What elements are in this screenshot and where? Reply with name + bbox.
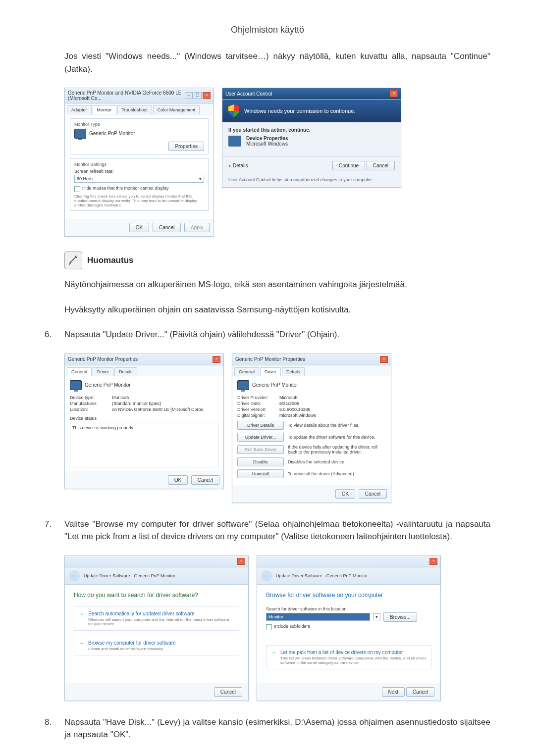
wizard-heading: Browse for driver software on your compu… <box>266 592 431 599</box>
hide-modes-note: Clearing this check box allows you to se… <box>74 194 204 207</box>
ok-button[interactable]: OK <box>129 223 149 232</box>
close-button[interactable]: × <box>380 356 388 363</box>
maximize-button[interactable]: ▢ <box>194 92 202 99</box>
monitor-type-group: Monitor Type Generic PnP Monitor Propert… <box>70 118 209 154</box>
uac-headline: Windows needs your permission to contion… <box>244 108 355 114</box>
back-icon[interactable]: ← <box>261 570 272 581</box>
step-number: 8. <box>45 716 64 741</box>
option-browse-computer[interactable]: → Browse my computer for driver software… <box>74 636 239 655</box>
include-subfolders-label: Include subfolders <box>274 624 310 629</box>
wizard-title: Update Driver Software - Generic PnP Mon… <box>84 573 175 578</box>
tab-monitor[interactable]: Monitor <box>93 105 116 114</box>
rollback-driver-button[interactable]: Roll Back Driver <box>237 445 284 454</box>
tab-driver[interactable]: Driver <box>260 367 281 376</box>
tab-troubleshoot[interactable]: Troubleshoot <box>117 105 152 114</box>
driver-version-value: 6.0.6000.16386 <box>279 407 311 412</box>
uac-dialog: User Account Control × Windows needs you… <box>222 88 401 188</box>
properties-button[interactable]: Properties <box>168 142 204 151</box>
step-number: 6. <box>45 328 64 341</box>
dialog-footer: OK Cancel Apply <box>65 219 214 236</box>
figure-row-1: Generic PnP Monitor and NVIDIA GeForce 6… <box>64 88 490 237</box>
back-icon[interactable]: ← <box>69 570 80 581</box>
browse-button[interactable]: Browse... <box>383 612 417 622</box>
tab-general[interactable]: General <box>234 367 259 376</box>
hide-modes-checkbox[interactable] <box>74 186 80 192</box>
note-title: Huomautus <box>87 255 134 265</box>
monitor-settings-group: Monitor Settings Screen refresh rate: 60… <box>70 158 209 211</box>
rollback-driver-desc: If the device fails after updating the d… <box>288 445 386 454</box>
arrow-icon: → <box>79 640 84 646</box>
hide-modes-label: Hide modes that this monitor cannot disp… <box>82 186 169 191</box>
option-search-auto[interactable]: → Search automatically for updated drive… <box>74 606 239 631</box>
cancel-button[interactable]: Cancel <box>214 687 242 697</box>
uninstall-desc: To uninstall the driver (Advanced). <box>288 471 386 476</box>
tab-details[interactable]: Details <box>282 367 305 376</box>
ok-button[interactable]: OK <box>335 489 355 499</box>
arrow-icon: → <box>271 650 276 655</box>
tabs: Adapter Monitor Troubleshoot Color Manag… <box>67 105 212 114</box>
option-desc: Windows will search your computer and th… <box>88 617 234 626</box>
manufacturer-label: Manufacturer: <box>70 401 112 406</box>
chevron-down-icon[interactable]: ▾ <box>373 613 380 620</box>
option-title: Let me pick from a list of device driver… <box>280 650 426 655</box>
uac-if-started: If you started this action, continue. <box>228 127 395 133</box>
digital-signer-value: microsoft windows <box>279 413 316 418</box>
update-driver-desc: To update the driver software for this d… <box>288 435 386 440</box>
titlebar: × <box>257 556 440 567</box>
device-name: Generic PnP Monitor <box>252 382 298 387</box>
option-desc: Locate and install driver software manua… <box>88 647 234 651</box>
close-button[interactable]: × <box>237 558 245 565</box>
update-driver-button[interactable]: Update Driver... <box>237 433 284 442</box>
monitor-icon <box>237 380 249 390</box>
uninstall-button[interactable]: Uninstall <box>237 469 284 478</box>
cancel-button[interactable]: Cancel <box>191 475 219 485</box>
cancel-button[interactable]: Cancel <box>153 223 181 232</box>
tab-general[interactable]: General <box>67 367 92 376</box>
tab-color-management[interactable]: Color Management <box>153 105 200 114</box>
digital-signer-label: Digital Signer: <box>237 413 279 418</box>
close-button[interactable]: × <box>429 558 437 565</box>
titlebar: User Account Control × <box>222 88 401 100</box>
driver-provider-value: Microsoft <box>279 395 298 400</box>
tab-details[interactable]: Details <box>114 367 137 376</box>
path-input[interactable]: Monitor <box>266 613 370 621</box>
driver-provider-label: Driver Provider: <box>237 395 279 400</box>
update-driver-wizard-2: × ← Update Driver Software - Generic PnP… <box>257 555 441 701</box>
note-paragraph-2: Hyväksytty alkuperäinen ohjain on saatav… <box>64 303 490 316</box>
intro-paragraph: Jos viesti "Windows needs..." (Windows t… <box>64 50 490 75</box>
device-status-box: This device is working properly. <box>70 423 218 467</box>
disable-button[interactable]: Disable <box>237 457 284 466</box>
cancel-button[interactable]: Cancel <box>406 687 434 697</box>
continue-button[interactable]: Continue <box>332 161 365 170</box>
tab-adapter[interactable]: Adapter <box>67 105 92 114</box>
step-7: 7. Valitse "Browse my computer for drive… <box>45 518 490 543</box>
ok-button[interactable]: OK <box>168 475 188 485</box>
include-subfolders-checkbox[interactable] <box>266 624 272 630</box>
driver-details-desc: To view details about the driver files. <box>288 423 386 428</box>
chevron-down-icon: ▾ <box>228 163 231 168</box>
window-title: Generic PnP Monitor Properties <box>68 356 138 362</box>
refresh-rate-select[interactable]: 60 Hertz▾ <box>74 175 204 183</box>
close-button[interactable]: × <box>390 90 398 97</box>
note-icon <box>64 252 82 269</box>
next-button[interactable]: Next <box>382 687 405 697</box>
step-text: Napsauta "Update Driver..." (Päivitä ohj… <box>64 328 490 341</box>
step-text: Napsauta "Have Disk..." (Levy) ja valits… <box>64 716 490 741</box>
location-value: on NVIDIA GeForce 6600 LE (Microsoft Cor… <box>112 407 204 412</box>
monitor-type-legend: Monitor Type <box>74 122 204 127</box>
cancel-button[interactable]: Cancel <box>359 489 387 499</box>
tab-driver[interactable]: Driver <box>93 367 113 376</box>
wizard-title: Update Driver Software - Generic PnP Mon… <box>276 573 368 578</box>
window-title: Generic PnP Monitor Properties <box>235 356 305 362</box>
cancel-button[interactable]: Cancel <box>367 161 395 170</box>
minimize-button[interactable]: – <box>185 92 193 99</box>
option-desc: This list will show installed driver sof… <box>280 656 426 665</box>
driver-details-button[interactable]: Driver Details <box>237 421 284 430</box>
details-toggle[interactable]: Details <box>233 163 248 168</box>
option-pick-from-list[interactable]: → Let me pick from a list of device driv… <box>266 645 431 669</box>
refresh-rate-label: Screen refresh rate: <box>74 169 204 174</box>
close-button[interactable]: × <box>213 356 220 363</box>
monitor-properties-general-dialog: Generic PnP Monitor Properties × General… <box>64 353 224 489</box>
close-button[interactable]: × <box>203 92 211 99</box>
apply-button[interactable]: Apply <box>184 223 210 232</box>
